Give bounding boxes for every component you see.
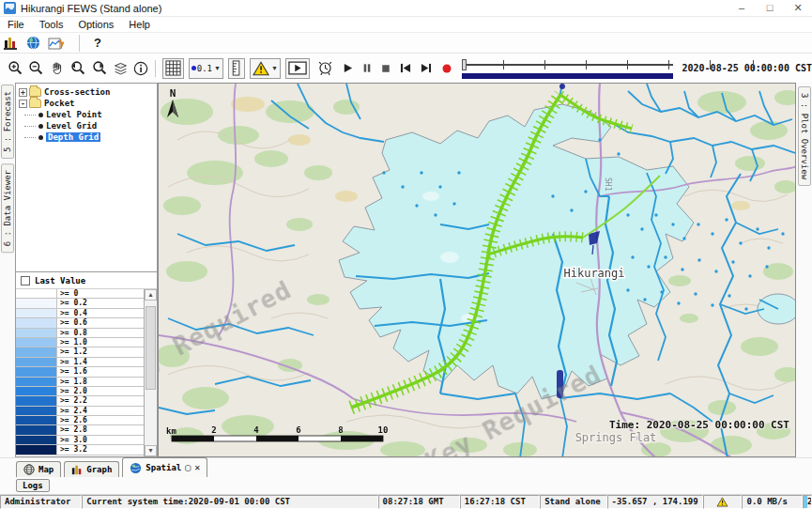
tree-connector (24, 115, 36, 116)
legend-row: >= 2.0 (16, 387, 144, 396)
grid-display-button[interactable] (162, 58, 184, 79)
globe-icon (26, 36, 40, 50)
bar-chart-icon (4, 36, 19, 51)
info-button[interactable] (133, 58, 148, 79)
menu-file[interactable]: File (0, 18, 32, 31)
window-title: Hikurangi FEWS (Stand alone) (21, 3, 728, 14)
legend-swatch (16, 387, 57, 395)
animation-timer-button[interactable] (317, 58, 333, 79)
legend-swatch (16, 347, 57, 356)
legend-scrollbar[interactable]: ▲ ▼ (145, 289, 157, 456)
tree-node-pocket[interactable]: - Pocket (16, 98, 157, 109)
legend-swatch (16, 436, 57, 444)
scroll-up-icon[interactable]: ▲ (145, 289, 157, 301)
pause-button[interactable] (362, 58, 372, 79)
alarm-clock-icon (317, 60, 333, 76)
zoom-next-button[interactable] (91, 58, 108, 79)
chevron-down-icon: ▼ (214, 65, 221, 71)
scroll-down-icon[interactable]: ▼ (145, 445, 157, 456)
collapse-icon[interactable]: - (19, 100, 27, 108)
timeline-slider[interactable] (462, 56, 677, 81)
menu-tools[interactable]: Tools (32, 18, 71, 31)
legend-row: >= 2.4 (16, 407, 144, 416)
timeline-track (462, 64, 673, 66)
warning-threshold-dropdown[interactable]: ▼ (250, 58, 281, 79)
bullet-icon (38, 113, 43, 117)
legend-swatch (16, 425, 57, 434)
tab-plot-overview[interactable]: 3 : Plot Overview (798, 86, 811, 186)
map-label-road: SH1 (604, 177, 612, 192)
legend-row: >= 1.2 (16, 347, 144, 357)
wireframe-globe-icon (23, 464, 35, 475)
tab-spatial-label: Spatial (146, 463, 181, 472)
tree-node-level-grid[interactable]: Level Grid (16, 120, 157, 131)
zoom-in-button[interactable] (8, 58, 23, 79)
tree-node-depth-grid[interactable]: Depth Grid (16, 131, 157, 143)
legend-swatch (16, 289, 57, 298)
status-coordinates: -35.657 , 174.199 (607, 495, 703, 509)
tree-connector (24, 126, 36, 127)
tab-close-icon[interactable]: ✕ (194, 463, 200, 472)
close-button[interactable]: ✕ (784, 0, 812, 16)
status-system-time: Current system time:2020-09-01 00:00 CST (82, 495, 377, 509)
spatial-map[interactable]: API Key Required API Key Required Hikura… (159, 84, 796, 457)
contour-interval-dropdown[interactable]: 0.1 ▼ (189, 58, 223, 79)
chart-arrow-icon (48, 36, 65, 51)
pan-button[interactable] (49, 58, 65, 79)
skip-to-end-button[interactable] (421, 58, 432, 79)
svg-text:10: 10 (378, 425, 389, 435)
map-label-town: Hikurangi (563, 267, 624, 280)
tab-forecast[interactable]: 5 : Forecast (1, 85, 14, 159)
legend-row: >= 0.8 (16, 329, 144, 338)
zoom-out-button[interactable] (28, 58, 44, 79)
timeline-handle[interactable] (462, 59, 467, 70)
left-tab-strip: 5 : Forecast 6 : Data Viewer (0, 83, 15, 457)
legend-row: >= 2.2 (16, 396, 144, 406)
timeline-progress-bar (462, 73, 673, 79)
logs-button[interactable]: Logs (16, 479, 50, 492)
tab-maximize-icon[interactable]: ▢ (185, 463, 191, 472)
app-icon (4, 2, 16, 14)
tab-spatial[interactable]: Spatial ▢ ✕ (122, 457, 207, 477)
map-viewport[interactable]: API Key Required API Key Required Hikura… (158, 83, 796, 457)
last-value-checkbox[interactable] (21, 276, 30, 285)
legend-row: >= 2.8 (16, 425, 144, 435)
stop-button[interactable] (381, 58, 391, 79)
menu-help[interactable]: Help (121, 18, 158, 31)
status-gmt-time: 08:27:18 GMT (378, 495, 460, 509)
zoom-next-icon (91, 60, 108, 76)
map-display-button[interactable] (26, 33, 40, 54)
tab-data-viewer[interactable]: 6 : Data Viewer (1, 163, 14, 253)
status-warning-cell[interactable] (703, 495, 743, 509)
record-button[interactable] (441, 58, 452, 79)
expand-icon[interactable]: + (19, 88, 27, 97)
maximize-button[interactable]: □ (756, 0, 784, 16)
pause-icon (362, 63, 372, 73)
scrollbar-thumb[interactable] (146, 306, 156, 390)
tree-label: Cross-section (44, 87, 110, 97)
zoom-previous-button[interactable] (69, 58, 86, 79)
minimize-button[interactable]: – (728, 0, 756, 16)
play-button[interactable] (343, 58, 353, 79)
right-tab-strip: 3 : Plot Overview (796, 83, 812, 457)
play-icon (343, 63, 353, 73)
legend-swatch (16, 378, 57, 386)
database-viewer-button[interactable] (4, 33, 19, 54)
legend-row: >= 1.6 (16, 367, 144, 377)
tab-graph[interactable]: Graph (64, 461, 119, 477)
menu-options[interactable]: Options (70, 18, 121, 31)
timeline-datetime: 2020-08-25 00:00:00 CST (682, 63, 812, 73)
animation-movie-button[interactable] (285, 58, 310, 79)
tree-label: Level Grid (46, 121, 97, 131)
status-download-rate: 0.0 MB/s (742, 495, 803, 509)
status-local-time: 16:27:18 CST (460, 495, 540, 509)
scale-bar-button[interactable] (228, 58, 245, 79)
layers-button[interactable] (113, 58, 129, 79)
status-bar: Administrator Current system time:2020-0… (0, 495, 812, 509)
timeseries-import-button[interactable] (48, 33, 65, 54)
tree-node-level-point[interactable]: Level Point (16, 109, 157, 120)
skip-to-start-button[interactable] (400, 58, 411, 79)
tree-connector (24, 137, 36, 138)
help-button[interactable]: ? (94, 33, 101, 54)
tab-map[interactable]: Map (16, 461, 61, 477)
